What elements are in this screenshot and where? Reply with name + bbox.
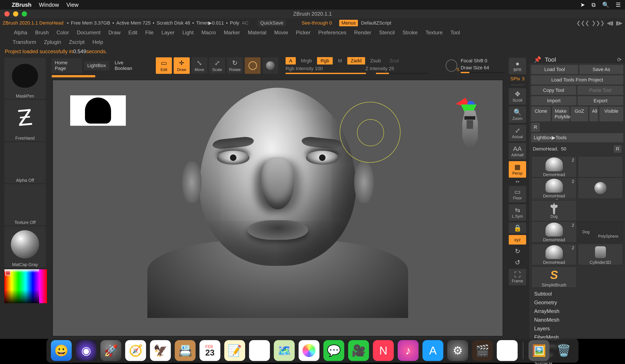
menu-render[interactable]: Render [354, 29, 371, 36]
mode-edit[interactable]: ▭Edit [156, 57, 172, 74]
draw-size-slider[interactable] [461, 72, 504, 73]
material-selector[interactable]: MatCap Gray [4, 226, 46, 268]
lsym-button[interactable]: ⇆L.Sym [509, 204, 526, 221]
screen-mirror-icon[interactable]: ⧉ [592, 1, 596, 8]
thumb-dog[interactable]: Dog [582, 230, 590, 234]
lightbox-tools-button[interactable]: Lightbox▶Tools [531, 133, 623, 142]
menu-edit[interactable]: Edit [128, 29, 137, 36]
dock-trash[interactable]: 🗑️ [553, 340, 574, 361]
rotate-z-button[interactable]: ↺ [509, 258, 526, 267]
menu-file[interactable]: File [145, 29, 154, 36]
tool-thumb-polysphere[interactable]: PolySphere [578, 177, 623, 199]
mode-move[interactable]: ⤡Move [191, 57, 208, 74]
menu-draw[interactable]: Draw [108, 29, 121, 36]
dock-finder[interactable]: 😀 [51, 340, 72, 361]
current-tool-r[interactable]: R [614, 145, 622, 153]
mac-menu-view[interactable]: View [66, 1, 78, 8]
live-boolean-button[interactable]: Live Boolean [111, 58, 144, 73]
dock-siri[interactable]: ◉ [76, 340, 96, 361]
copy-tool-button[interactable]: Copy Tool [531, 86, 576, 95]
thumb-demohead-a[interactable]: 2DemoHead [531, 221, 577, 243]
dock-zbrush[interactable]: Ƶ [497, 340, 518, 361]
menu-help[interactable]: Help [92, 39, 103, 45]
minimize-window-button[interactable] [13, 11, 18, 17]
arrow-left-group-icon[interactable]: ❮❮❮ [576, 20, 589, 26]
dock-sysprefs[interactable]: ⚙︎ [447, 340, 468, 361]
mode-rotate[interactable]: ↻Rotate [227, 57, 243, 74]
dock-recent-image[interactable]: 🖼️ [529, 340, 549, 361]
menu-layer[interactable]: Layer [161, 29, 175, 36]
dock-messages[interactable]: 💬 [323, 340, 344, 361]
thumb-polysphere[interactable]: PolySphere [598, 225, 618, 239]
import-button[interactable]: Import [531, 96, 576, 105]
save-as-button[interactable]: Save As [579, 65, 623, 74]
export-button[interactable]: Export [578, 96, 623, 105]
dock-imovie[interactable]: 🎬 [472, 340, 493, 361]
menu-alpha[interactable]: Alpha [14, 29, 27, 36]
menu-macro[interactable]: Macro [201, 29, 216, 36]
sculptris-button[interactable] [262, 57, 278, 74]
zcut-toggle[interactable]: Zcut [386, 57, 403, 64]
actual-button[interactable]: ⤢Actual [509, 125, 526, 141]
mode-scale[interactable]: ⤢Scale [209, 57, 225, 74]
stroke-timing-icon[interactable] [446, 59, 457, 72]
scroll-button[interactable]: ✥Scroll [509, 88, 526, 105]
viewport-canvas[interactable] [53, 80, 503, 336]
tool-thumb-demohead1[interactable]: 2DemoHead [531, 177, 577, 199]
menu-stroke[interactable]: Stroke [403, 29, 418, 36]
dock-calendar[interactable]: FEB23 [199, 340, 220, 361]
sub-layers[interactable]: Layers [534, 324, 620, 333]
menu-tool[interactable]: Tool [450, 29, 460, 36]
zadd-toggle[interactable]: Zadd [347, 57, 365, 64]
menu-marker[interactable]: Marker [224, 29, 240, 36]
menu-zscript[interactable]: Zscript [69, 39, 85, 45]
dock-launchpad[interactable]: 🚀 [100, 340, 121, 361]
reference-thumbnail[interactable] [70, 95, 126, 126]
dock-music[interactable]: ♪ [398, 340, 419, 361]
goz-button[interactable]: GoZ [571, 107, 588, 121]
goz-all-button[interactable]: All [589, 107, 598, 121]
close-window-button[interactable] [4, 11, 10, 17]
goz-r-button[interactable]: R [531, 123, 540, 132]
lightbox-button[interactable]: LightBox [84, 61, 110, 70]
mrgb-toggle[interactable]: Mrgb [298, 57, 315, 64]
menu-preferences[interactable]: Preferences [318, 29, 346, 36]
menu-list-icon[interactable]: ☰ [616, 1, 621, 8]
bpr-spix[interactable]: SPix3 [510, 76, 525, 82]
menu-document[interactable]: Document [77, 29, 100, 36]
collapse-right-icon[interactable]: ▮▶ [616, 20, 622, 26]
sub-nanomesh[interactable]: NanoMesh [534, 316, 620, 324]
thumb-simplebrush[interactable]: SSimpleBrush [531, 266, 577, 288]
rgb-intensity-slider[interactable] [285, 73, 366, 74]
dock-maps[interactable]: 🗺️ [274, 340, 295, 361]
rgb-toggle[interactable]: Rgb [317, 57, 333, 64]
cursor-icon[interactable]: ➤ [580, 1, 585, 8]
menu-brush[interactable]: Brush [35, 29, 49, 36]
a-toggle[interactable]: A [285, 57, 296, 64]
load-tool-button[interactable]: Load Tool [531, 65, 578, 74]
stroke-selector[interactable]: Ƶ FreeHand [4, 100, 46, 141]
see-through-slider[interactable]: See-through 0 [302, 20, 332, 26]
dock-photos[interactable] [299, 340, 319, 361]
load-tools-project-button[interactable]: Load Tools From Project [531, 75, 623, 84]
menu-light[interactable]: Light [182, 29, 194, 36]
clone-button[interactable]: Clone [531, 107, 551, 121]
refresh-icon[interactable]: ⟳ [617, 57, 622, 63]
z-intensity-slider[interactable] [376, 73, 428, 74]
floor-button[interactable]: ▭Floor [509, 186, 526, 202]
goz-visible-button[interactable]: Visible [599, 107, 623, 121]
tool-panel-header[interactable]: 📌 Tool ⟳ [529, 56, 625, 63]
zoom-window-button[interactable] [22, 11, 27, 17]
rotate-y-button[interactable]: ↻ [509, 246, 526, 256]
aahalf-button[interactable]: ААAAHalf [509, 143, 526, 159]
bpr-button[interactable]: ●BPR [509, 58, 526, 74]
pin-icon[interactable]: 📌 [534, 56, 541, 63]
dock-notes[interactable]: 📝 [224, 340, 245, 361]
collapse-left-icon[interactable]: ◀▮ [607, 20, 614, 26]
menu-texture[interactable]: Texture [426, 29, 443, 36]
menu-movie[interactable]: Movie [274, 29, 288, 36]
quicksave-button[interactable]: QuickSave [258, 20, 285, 26]
m-toggle[interactable]: M [334, 57, 345, 64]
dock-facetime[interactable]: 🎥 [348, 340, 369, 361]
menu-transform[interactable]: Transform [13, 39, 36, 45]
